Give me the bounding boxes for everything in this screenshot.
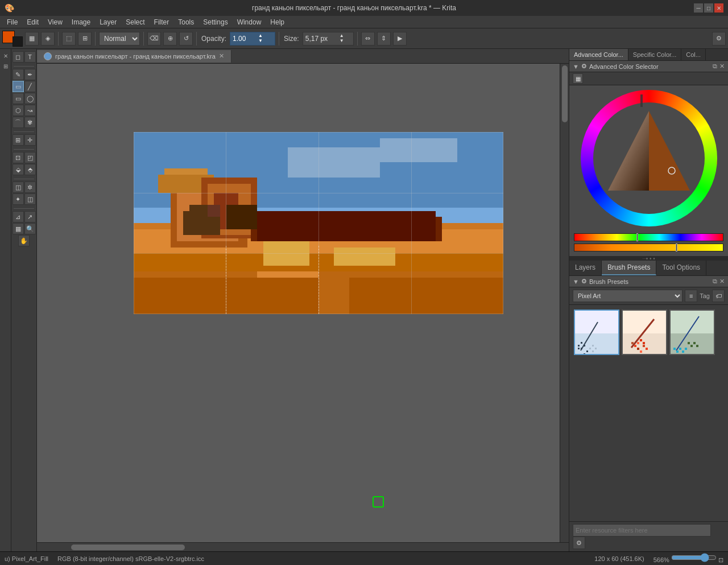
minimize-button[interactable]: ─	[694, 3, 703, 13]
pixel-art-canvas[interactable]	[134, 132, 503, 314]
menu-image[interactable]: Image	[67, 17, 95, 27]
close-button[interactable]: ✕	[714, 3, 723, 13]
menu-file[interactable]: File	[2, 17, 22, 27]
reset-btn[interactable]: ↺	[179, 32, 193, 46]
measure-tool[interactable]: ⊿	[13, 211, 24, 222]
triangle-container[interactable]	[593, 102, 705, 214]
document-tab[interactable]: гранд каньон пиксельарт - гранд каньон п…	[37, 50, 231, 63]
calligraphy-tool[interactable]: ✒	[24, 69, 36, 80]
zoom-fit-btn[interactable]: ⊡	[718, 556, 723, 563]
menu-settings[interactable]: Settings	[198, 17, 232, 27]
acs-collapse-btn[interactable]: ▼	[573, 63, 579, 70]
text-tool[interactable]: T	[24, 51, 36, 63]
circle-tool[interactable]: ◯	[24, 93, 36, 104]
gradient-tool[interactable]: ◫	[24, 193, 36, 205]
saturation-bar[interactable]	[574, 244, 723, 251]
mirror-v-btn[interactable]: ⇕	[377, 32, 391, 46]
horizontal-scrollbar[interactable]	[37, 542, 569, 551]
canvas-area[interactable]: гранд каньон пиксельарт - гранд каньон п…	[37, 49, 569, 551]
zoom-slider[interactable]	[671, 553, 717, 562]
behind-btn[interactable]: ⊕	[163, 32, 177, 46]
menu-window[interactable]: Window	[233, 17, 266, 27]
resource-filter-input[interactable]	[573, 524, 711, 537]
vscroll-thumb[interactable]	[562, 65, 568, 122]
brush-item-1[interactable]	[574, 310, 619, 355]
hue-bar[interactable]	[574, 233, 723, 241]
size-up[interactable]: ▲	[340, 34, 344, 38]
color-bar-1-container[interactable]	[574, 233, 723, 241]
brush-item-2[interactable]	[622, 310, 667, 355]
move-tool[interactable]: ✛	[24, 134, 36, 146]
bp-tag-select[interactable]: Pixel Art All Basic	[573, 290, 682, 302]
select-btn[interactable]: ⊞	[78, 32, 92, 46]
eraser-btn[interactable]: ⌫	[147, 32, 161, 46]
acs-grid-btn[interactable]: ▦	[573, 73, 583, 84]
bp-close-btn[interactable]: ✕	[719, 278, 725, 285]
hue-wheel-div[interactable]	[581, 90, 717, 226]
menu-select[interactable]: Select	[121, 17, 149, 27]
color-wheel-area[interactable]: .hue-wheel { fill: none; }	[569, 85, 728, 231]
polygon-tool[interactable]: ⬡	[13, 105, 24, 116]
acs-float-btn[interactable]: ⧉	[713, 63, 717, 70]
color-selector[interactable]	[2, 31, 23, 47]
menu-layer[interactable]: Layer	[95, 17, 121, 27]
bp-float-btn[interactable]: ⧉	[713, 278, 717, 285]
opacity-spinbox[interactable]: ▲ ▼	[230, 32, 275, 46]
panel-drag-handle[interactable]: • • •	[569, 256, 728, 261]
background-color[interactable]	[13, 36, 23, 47]
color-picker-btn[interactable]: ◈	[41, 32, 55, 46]
smart-patch-tool[interactable]: ◰	[24, 152, 36, 163]
hue-ring-marker[interactable]	[640, 94, 643, 107]
color-tab-advanced[interactable]: Advanced Color...	[569, 49, 628, 60]
resource-filter-settings-btn[interactable]: ⚙	[573, 537, 585, 549]
fill-tool[interactable]: ▭	[13, 81, 24, 92]
size-down[interactable]: ▼	[340, 39, 344, 43]
line-tool[interactable]: ╱	[24, 81, 36, 92]
bp-tag-btn[interactable]: 🏷	[712, 290, 725, 302]
triangle-svg[interactable]	[593, 102, 705, 214]
acs-close-btn[interactable]: ✕	[719, 63, 725, 70]
menu-help[interactable]: Help	[266, 17, 289, 27]
hscroll-thumb[interactable]	[71, 545, 185, 550]
bezier-tool[interactable]: ↝	[24, 105, 36, 116]
hue-wheel-foreign[interactable]	[581, 90, 717, 226]
tab-brush-presets[interactable]: Brush Presets	[602, 261, 656, 275]
sidebar-pin[interactable]: ✕	[1, 51, 10, 60]
pan-tool[interactable]: ✋	[18, 235, 30, 246]
canvas-wrapper[interactable]	[37, 64, 569, 551]
sidebar-expand[interactable]: ⊞	[1, 61, 10, 71]
multibrush-tool[interactable]: ✲	[24, 182, 36, 193]
select-rect-tool[interactable]: ◻	[13, 51, 24, 63]
assist-tool[interactable]: ↗	[24, 211, 36, 222]
opacity-input[interactable]	[233, 35, 258, 43]
tab-close-btn[interactable]: ✕	[219, 52, 224, 60]
mask-btn[interactable]: ⬚	[62, 32, 76, 46]
color-picker-tool[interactable]: ✦	[13, 193, 24, 205]
opacity-down[interactable]: ▼	[258, 39, 263, 43]
more-btn[interactable]: ▶	[393, 32, 407, 46]
zoom-tool[interactable]: 🔍	[24, 223, 36, 234]
mirror-h-btn[interactable]: ⇔	[361, 32, 375, 46]
color-wheel-svg[interactable]: .hue-wheel { fill: none; }	[581, 90, 717, 226]
similar-sel-tool[interactable]: ⬘	[24, 164, 36, 175]
size-spinbox[interactable]: ▲ ▼	[303, 32, 354, 46]
brush-item-3[interactable]	[669, 310, 715, 355]
hue-bar-marker[interactable]	[636, 233, 638, 241]
bp-collapse-btn[interactable]: ▼	[573, 278, 579, 285]
tab-tool-options[interactable]: Tool Options	[656, 261, 706, 275]
maximize-button[interactable]: □	[704, 3, 713, 13]
color-tab-col[interactable]: Col...	[681, 49, 706, 60]
color-bar-2-container[interactable]	[574, 244, 723, 251]
blend-mode-select[interactable]: Normal Multiply Screen Overlay	[99, 32, 140, 46]
freehand-tool[interactable]: ✎	[13, 69, 24, 80]
contiguous-sel-tool[interactable]: ⬙	[13, 164, 24, 175]
rect-tool[interactable]: ▭	[13, 93, 24, 104]
menu-filter[interactable]: Filter	[150, 17, 174, 27]
transform-tool[interactable]: ⊞	[13, 134, 24, 146]
menu-edit[interactable]: Edit	[22, 17, 43, 27]
tab-layers[interactable]: Layers	[569, 261, 602, 275]
color-tab-specific[interactable]: Specific Color...	[628, 49, 681, 60]
grid-tool[interactable]: ▦	[13, 223, 24, 234]
vertical-scrollbar[interactable]	[560, 64, 569, 542]
freehand-sel-tool[interactable]: ⌒	[13, 117, 24, 128]
